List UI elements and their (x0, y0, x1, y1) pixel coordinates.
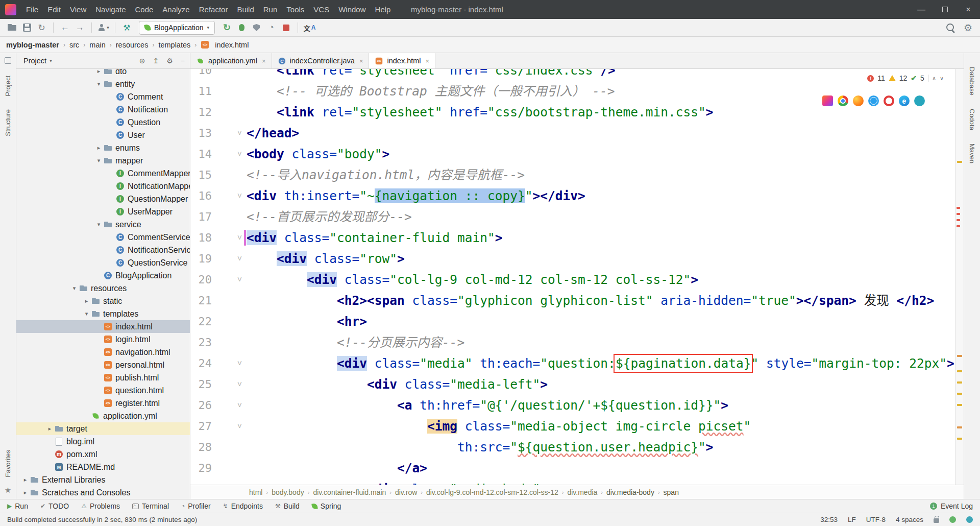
fold-marker-icon[interactable]: ˅ (237, 395, 242, 416)
tab-close-icon[interactable]: × (359, 57, 363, 65)
status-message[interactable]: Build completed successfully in 2 sec, 8… (7, 516, 197, 523)
tree-item-QuestionMapper[interactable]: QuestionMapper (16, 193, 190, 205)
tree-item-CommentService[interactable]: CommentService (16, 231, 190, 244)
builtin-browser-icon[interactable] (822, 95, 833, 106)
web-preview-icon[interactable] (914, 95, 925, 106)
code-text[interactable]: </a> (247, 458, 427, 479)
menu-vcs[interactable]: VCS (309, 0, 334, 19)
element-breadcrumb-div.media-body[interactable]: div.media-body (606, 488, 654, 496)
stripe-mark-red[interactable] (957, 225, 960, 227)
code-text[interactable]: <div class="media-body"> (247, 479, 548, 485)
caret-position[interactable]: 32:53 (820, 516, 838, 523)
fold-marker-icon[interactable]: ˅ (237, 227, 242, 248)
element-breadcrumb-div.media[interactable]: div.media (567, 488, 597, 496)
breadcrumb-item-main[interactable]: main (89, 41, 105, 49)
menu-window[interactable]: Window (334, 0, 370, 19)
back-icon[interactable]: ← (58, 21, 72, 35)
build-hammer-icon[interactable]: ⚒ (120, 21, 134, 35)
safari-icon[interactable] (868, 95, 879, 106)
stop-icon[interactable] (279, 21, 293, 35)
structure-stripe-button[interactable]: Structure (4, 109, 12, 136)
element-breadcrumb-body.body[interactable]: body.body (272, 488, 304, 496)
fold-marker-icon[interactable]: ˅ (237, 374, 242, 395)
toolwindow-run[interactable]: ▶Run (7, 502, 28, 510)
element-breadcrumb-span[interactable]: span (664, 488, 679, 496)
close-button[interactable]: × (957, 0, 980, 19)
breadcrumb-item-src[interactable]: src (69, 41, 79, 49)
toolwindow-terminal[interactable]: Terminal (132, 502, 169, 510)
tree-chevron-icon[interactable]: ▾ (94, 157, 104, 164)
code-text[interactable]: <div class="media-left"> (247, 374, 548, 395)
tree-item-service[interactable]: ▾service (16, 218, 190, 231)
locate-icon[interactable]: ⊕ (139, 57, 145, 65)
tree-item-entity[interactable]: ▾entity (16, 78, 190, 90)
tree-chevron-icon[interactable]: ▸ (82, 298, 91, 304)
maximize-button[interactable] (933, 0, 957, 19)
tree-item-target[interactable]: ▸target (16, 422, 190, 435)
tree-item-Scratches and Consoles[interactable]: ▸Scratches and Consoles (16, 486, 190, 499)
stripe-mark-yellow[interactable] (957, 393, 962, 395)
chevron-down-icon[interactable]: ▾ (50, 58, 52, 63)
tree-item-User[interactable]: User (16, 129, 190, 141)
tree-item-publish.html[interactable]: publish.html (16, 371, 190, 384)
open-project-icon[interactable] (5, 21, 19, 35)
tab-close-icon[interactable]: × (262, 57, 266, 65)
code-text[interactable]: </head> (247, 123, 299, 144)
tree-chevron-icon[interactable]: ▸ (94, 69, 104, 75)
toolwindow-todo[interactable]: ✔TODO (40, 502, 69, 510)
element-breadcrumb-html[interactable]: html (249, 488, 262, 496)
collapse-all-icon[interactable]: ↥ (153, 57, 159, 65)
tree-item-static[interactable]: ▸static (16, 295, 190, 307)
tree-item-NotificationMapper[interactable]: NotificationMapper (16, 180, 190, 193)
toolwindow-profiler[interactable]: ◔Profiler (181, 502, 211, 510)
toolwindow-endpoints[interactable]: ↯Endpoints (223, 502, 263, 510)
file-encoding[interactable]: UTF-8 (866, 516, 886, 523)
event-log-button[interactable]: 1 Event Log (930, 502, 973, 510)
code-text[interactable]: <h2><span class="glyphicon glyphicon-lis… (247, 290, 934, 311)
menu-help[interactable]: Help (371, 0, 396, 19)
project-stripe-button[interactable]: Project (4, 76, 12, 96)
tree-item-pom.xml[interactable]: pom.xml (16, 448, 190, 461)
tree-item-navigation.html[interactable]: navigation.html (16, 346, 190, 358)
breadcrumb-item-templates[interactable]: templates (158, 41, 190, 49)
tree-chevron-icon[interactable]: ▸ (20, 476, 30, 483)
code-text[interactable]: th:src="${question.user.headpic}"> (247, 437, 714, 458)
synchronize-icon[interactable]: ↻ (35, 21, 48, 35)
toolwindow-build[interactable]: ⚒Build (275, 502, 300, 510)
tree-item-dto[interactable]: ▸dto (16, 69, 190, 78)
tab-close-icon[interactable]: × (426, 57, 430, 65)
opera-icon[interactable] (884, 95, 894, 106)
favorites-stripe-button[interactable]: Favorites (4, 450, 12, 477)
code-text[interactable]: <div class="col-lg-9 col-md-12 col-sm-12… (247, 269, 698, 290)
code-text[interactable]: <a th:href="@{'/question/'+${question.id… (247, 395, 728, 416)
next-problem-icon[interactable]: ∨ (940, 75, 944, 82)
menu-navigate[interactable]: Navigate (91, 0, 130, 19)
code-text[interactable]: <!--导入navigation.html，内容是导航框--> (247, 164, 525, 185)
stripe-mark-orange[interactable] (957, 426, 962, 428)
tree-item-Question[interactable]: Question (16, 116, 190, 129)
settings-gear-icon[interactable]: ⚙ (961, 21, 975, 35)
indent-config[interactable]: 4 spaces (896, 516, 923, 523)
element-breadcrumb-div.col-lg-9.col-md-12.col-sm-12.col-ss-12[interactable]: div.col-lg-9.col-md-12.col-sm-12.col-ss-… (426, 488, 558, 496)
profiler-icon[interactable]: ◔ (264, 21, 278, 35)
code-text[interactable]: <div class="container-fluid main"> (247, 227, 503, 248)
translate-icon[interactable]: 文A (303, 21, 316, 35)
tree-item-Comment[interactable]: Comment (16, 90, 190, 103)
database-stripe-button[interactable]: Database (968, 67, 976, 95)
run-configuration-select[interactable]: BlogApplication ▾ (139, 21, 215, 35)
fold-marker-icon[interactable]: ˅ (237, 353, 242, 374)
tree-item-login.html[interactable]: login.html (16, 333, 190, 346)
forward-icon[interactable]: → (73, 21, 87, 35)
menu-file[interactable]: File (21, 0, 43, 19)
tree-item-templates[interactable]: ▾templates (16, 307, 190, 320)
project-panel-title[interactable]: Project (23, 57, 46, 65)
tree-item-External Libraries[interactable]: ▸External Libraries (16, 473, 190, 486)
tool-windows-icon[interactable] (5, 57, 11, 64)
element-breadcrumb-div.container-fluid.main[interactable]: div.container-fluid.main (313, 488, 386, 496)
edge-icon[interactable] (899, 95, 910, 106)
tree-item-question.html[interactable]: question.html (16, 384, 190, 397)
stripe-mark-red[interactable] (957, 219, 960, 221)
menu-tools[interactable]: Tools (282, 0, 309, 19)
chrome-icon[interactable] (838, 95, 848, 106)
tree-item-UserMapper[interactable]: UserMapper (16, 205, 190, 218)
